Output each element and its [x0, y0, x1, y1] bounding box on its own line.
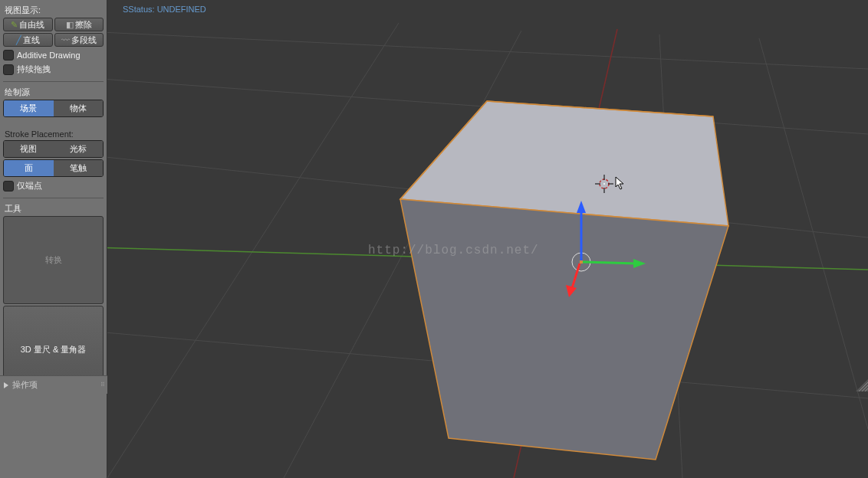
sp-stroke-button[interactable]: 笔触	[54, 160, 104, 176]
continuous-label: 持续拖拽	[17, 64, 51, 75]
svg-line-21	[572, 264, 580, 288]
continuous-checkbox[interactable]	[3, 64, 14, 75]
additive-checkbox[interactable]	[3, 50, 14, 61]
additive-row[interactable]: Additive Drawing	[3, 50, 104, 61]
cube-mesh	[400, 101, 736, 460]
viewport-scene	[107, 0, 868, 478]
svg-line-8	[107, 247, 868, 270]
line-label: 直线	[23, 34, 40, 46]
svg-point-15	[572, 253, 590, 271]
freehand-label: 自由线	[19, 19, 44, 31]
poly-label: 多段线	[71, 34, 97, 46]
svg-marker-29	[616, 177, 623, 189]
watermark-text: http://blog.csdn.net/	[368, 244, 539, 257]
svg-marker-11	[400, 199, 728, 460]
svg-point-28	[603, 183, 605, 185]
poly-button[interactable]: 多段线	[54, 33, 104, 47]
svg-marker-18	[577, 201, 586, 213]
line-icon	[16, 35, 21, 45]
source-object-button[interactable]: 物体	[54, 100, 104, 116]
eraser-icon	[66, 20, 74, 30]
transform-gizmo	[566, 201, 646, 297]
transform-button[interactable]: 转换	[3, 216, 104, 304]
operations-label: 操作项	[12, 379, 38, 391]
svg-line-9	[514, 29, 617, 478]
endpoints-checkbox[interactable]	[3, 181, 14, 192]
svg-line-1	[107, 77, 868, 134]
draw-tools-row1: 自由线 擦除	[3, 18, 104, 31]
freehand-button[interactable]: 自由线	[3, 18, 53, 31]
svg-marker-22	[566, 285, 577, 297]
sp-surface-button[interactable]: 面	[4, 160, 54, 176]
svg-marker-20	[633, 259, 646, 268]
tools-section-label: 工具	[5, 203, 102, 214]
pencil-icon	[11, 20, 18, 30]
panel-grip-icon[interactable]: ⠿	[100, 381, 104, 388]
svg-point-23	[600, 179, 609, 188]
erase-label: 擦除	[75, 19, 92, 31]
tool-panel: 视图显示: 自由线 擦除 直线 多段线 Additive Drawing 持续拖…	[0, 0, 107, 478]
ops-expand-icon[interactable]	[4, 382, 8, 388]
svg-line-13	[487, 101, 713, 116]
status-text: SStatus: UNDEFINED	[123, 5, 206, 14]
source-toggle: 场景 物体	[3, 100, 104, 117]
operations-panel[interactable]: 操作项 ⠿	[0, 375, 107, 394]
svg-rect-16	[580, 260, 583, 264]
erase-button[interactable]: 擦除	[54, 18, 104, 31]
svg-line-5	[284, 31, 521, 478]
stroke-placement-label: Stroke Placement:	[5, 129, 102, 139]
draw-source-label: 绘制源	[5, 87, 102, 98]
svg-line-6	[659, 34, 682, 478]
stroke-placement-row1: 视图 光标	[3, 140, 104, 158]
additive-label: Additive Drawing	[17, 51, 81, 60]
svg-line-0	[107, 31, 868, 69]
svg-line-7	[759, 38, 868, 429]
view-display-label: 视图显示:	[5, 5, 102, 16]
continuous-row[interactable]: 持续拖拽	[3, 64, 104, 75]
draw-tools-row2: 直线 多段线	[3, 33, 104, 47]
stroke-placement-row2: 面 笔触	[3, 159, 104, 177]
svg-line-3	[107, 329, 868, 398]
mouse-cursor-icon	[615, 176, 626, 190]
endpoints-label: 仅端点	[17, 180, 42, 192]
svg-marker-10	[400, 101, 728, 226]
line-button[interactable]: 直线	[3, 33, 53, 47]
endpoints-row[interactable]: 仅端点	[3, 180, 104, 192]
svg-line-14	[400, 101, 487, 199]
area-splitter-icon[interactable]	[856, 379, 868, 391]
sp-view-button[interactable]: 视图	[4, 141, 54, 157]
svg-line-4	[107, 23, 399, 478]
svg-line-19	[583, 262, 636, 264]
3d-cursor-icon	[595, 175, 613, 193]
poly-icon	[61, 35, 70, 44]
svg-line-2	[107, 153, 868, 237]
source-scene-button[interactable]: 场景	[4, 100, 54, 116]
3d-viewport[interactable]: SStatus: UNDEFINED	[107, 0, 868, 478]
sp-cursor-button[interactable]: 光标	[54, 141, 104, 157]
